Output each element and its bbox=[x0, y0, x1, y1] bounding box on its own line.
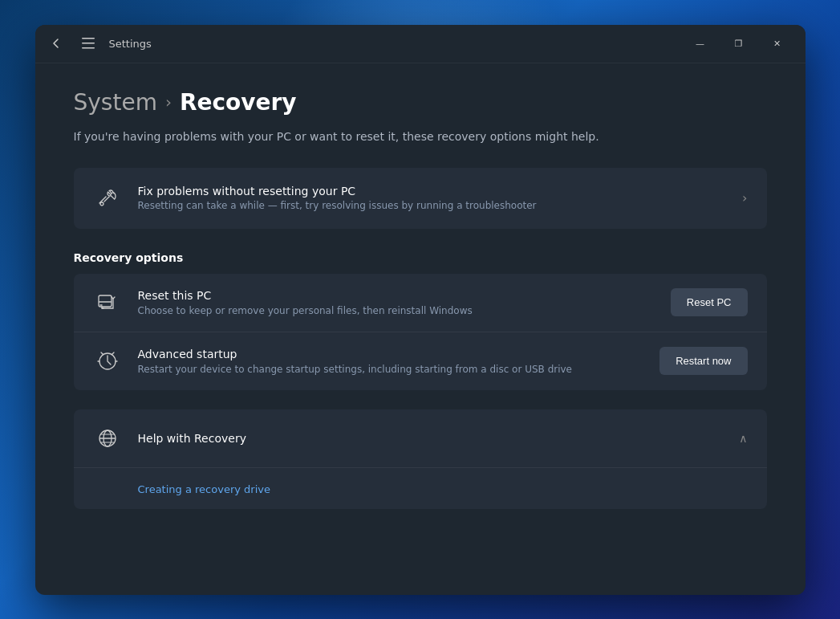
help-title: Help with Recovery bbox=[138, 432, 724, 445]
reset-pc-row: Reset this PC Choose to keep or remove y… bbox=[74, 274, 767, 332]
back-button[interactable] bbox=[45, 32, 67, 55]
advanced-startup-icon bbox=[93, 347, 122, 376]
minimize-button[interactable]: — bbox=[682, 31, 719, 56]
reset-pc-button[interactable]: Reset PC bbox=[671, 288, 748, 316]
restart-now-button[interactable]: Restart now bbox=[659, 347, 747, 375]
svg-rect-1 bbox=[82, 43, 95, 44]
advanced-startup-row: Advanced startup Restart your device to … bbox=[74, 332, 767, 390]
recovery-options-header: Recovery options bbox=[74, 251, 767, 264]
advanced-startup-text: Advanced startup Restart your device to … bbox=[138, 348, 644, 375]
help-header[interactable]: Help with Recovery ∧ bbox=[74, 409, 767, 467]
reset-pc-title: Reset this PC bbox=[138, 289, 655, 302]
fix-card-desc: Resetting can take a while — first, try … bbox=[138, 200, 727, 211]
help-section: Help with Recovery ∧ Creating a recovery… bbox=[74, 409, 767, 509]
fix-card-chevron-icon: › bbox=[742, 190, 747, 206]
breadcrumb-chevron-icon: › bbox=[165, 92, 172, 112]
fix-card-title: Fix problems without resetting your PC bbox=[138, 185, 727, 198]
close-button[interactable]: ✕ bbox=[759, 31, 796, 56]
help-globe-icon bbox=[93, 424, 122, 453]
breadcrumb: System › Recovery bbox=[74, 89, 767, 116]
main-content: System › Recovery If you're having probl… bbox=[35, 63, 806, 595]
help-chevron-icon: ∧ bbox=[739, 432, 747, 445]
help-link[interactable]: Creating a recovery drive bbox=[138, 483, 270, 495]
page-subtitle: If you're having problems with your PC o… bbox=[74, 128, 767, 145]
reset-pc-desc: Choose to keep or remove your personal f… bbox=[138, 305, 655, 316]
help-content: Creating a recovery drive bbox=[74, 467, 767, 509]
settings-window: Settings — ❐ ✕ System › Recovery If you'… bbox=[35, 25, 806, 595]
advanced-startup-desc: Restart your device to change startup se… bbox=[138, 364, 644, 375]
wrench-icon bbox=[93, 184, 122, 213]
page-title: Recovery bbox=[180, 89, 297, 116]
svg-rect-2 bbox=[82, 47, 95, 49]
titlebar-left: Settings bbox=[45, 32, 682, 55]
menu-button[interactable] bbox=[77, 32, 99, 55]
window-title: Settings bbox=[109, 38, 152, 50]
svg-rect-0 bbox=[82, 38, 95, 39]
fix-card-text: Fix problems without resetting your PC R… bbox=[138, 185, 727, 211]
titlebar: Settings — ❐ ✕ bbox=[35, 25, 806, 63]
window-controls: — ❐ ✕ bbox=[682, 31, 796, 56]
reset-pc-icon bbox=[93, 288, 122, 317]
reset-pc-text: Reset this PC Choose to keep or remove y… bbox=[138, 289, 655, 316]
fix-problems-card[interactable]: Fix problems without resetting your PC R… bbox=[74, 168, 767, 229]
maximize-button[interactable]: ❐ bbox=[720, 31, 757, 56]
advanced-startup-title: Advanced startup bbox=[138, 348, 644, 360]
recovery-options-list: Reset this PC Choose to keep or remove y… bbox=[74, 274, 767, 390]
breadcrumb-system[interactable]: System bbox=[74, 89, 157, 116]
